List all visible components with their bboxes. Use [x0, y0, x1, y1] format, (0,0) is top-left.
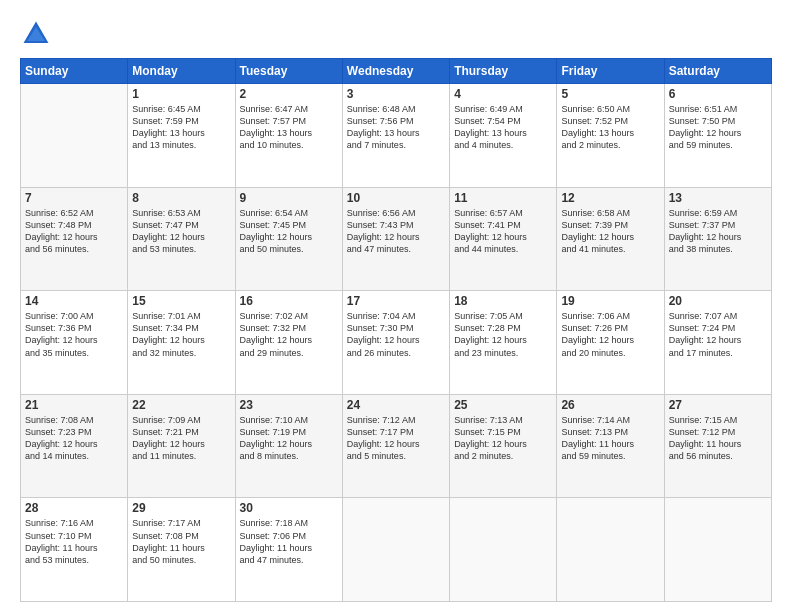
calendar-table: SundayMondayTuesdayWednesdayThursdayFrid… — [20, 58, 772, 602]
cell-info: Sunrise: 7:12 AM Sunset: 7:17 PM Dayligh… — [347, 414, 445, 463]
calendar-cell: 20Sunrise: 7:07 AM Sunset: 7:24 PM Dayli… — [664, 291, 771, 395]
day-number: 20 — [669, 294, 767, 308]
day-number: 9 — [240, 191, 338, 205]
calendar-cell: 16Sunrise: 7:02 AM Sunset: 7:32 PM Dayli… — [235, 291, 342, 395]
day-number: 12 — [561, 191, 659, 205]
calendar-cell: 2Sunrise: 6:47 AM Sunset: 7:57 PM Daylig… — [235, 84, 342, 188]
cell-info: Sunrise: 6:48 AM Sunset: 7:56 PM Dayligh… — [347, 103, 445, 152]
cell-info: Sunrise: 7:04 AM Sunset: 7:30 PM Dayligh… — [347, 310, 445, 359]
day-number: 5 — [561, 87, 659, 101]
calendar-week-2: 7Sunrise: 6:52 AM Sunset: 7:48 PM Daylig… — [21, 187, 772, 291]
day-number: 23 — [240, 398, 338, 412]
weekday-header-friday: Friday — [557, 59, 664, 84]
cell-info: Sunrise: 7:17 AM Sunset: 7:08 PM Dayligh… — [132, 517, 230, 566]
calendar-cell — [342, 498, 449, 602]
cell-info: Sunrise: 7:07 AM Sunset: 7:24 PM Dayligh… — [669, 310, 767, 359]
calendar-cell: 27Sunrise: 7:15 AM Sunset: 7:12 PM Dayli… — [664, 394, 771, 498]
cell-info: Sunrise: 6:50 AM Sunset: 7:52 PM Dayligh… — [561, 103, 659, 152]
cell-info: Sunrise: 7:18 AM Sunset: 7:06 PM Dayligh… — [240, 517, 338, 566]
cell-info: Sunrise: 7:06 AM Sunset: 7:26 PM Dayligh… — [561, 310, 659, 359]
calendar-week-5: 28Sunrise: 7:16 AM Sunset: 7:10 PM Dayli… — [21, 498, 772, 602]
cell-info: Sunrise: 6:53 AM Sunset: 7:47 PM Dayligh… — [132, 207, 230, 256]
day-number: 29 — [132, 501, 230, 515]
calendar-cell: 13Sunrise: 6:59 AM Sunset: 7:37 PM Dayli… — [664, 187, 771, 291]
day-number: 17 — [347, 294, 445, 308]
logo-icon — [20, 18, 52, 50]
day-number: 24 — [347, 398, 445, 412]
calendar-week-1: 1Sunrise: 6:45 AM Sunset: 7:59 PM Daylig… — [21, 84, 772, 188]
cell-info: Sunrise: 6:57 AM Sunset: 7:41 PM Dayligh… — [454, 207, 552, 256]
calendar-cell: 14Sunrise: 7:00 AM Sunset: 7:36 PM Dayli… — [21, 291, 128, 395]
calendar-cell: 23Sunrise: 7:10 AM Sunset: 7:19 PM Dayli… — [235, 394, 342, 498]
cell-info: Sunrise: 7:02 AM Sunset: 7:32 PM Dayligh… — [240, 310, 338, 359]
day-number: 11 — [454, 191, 552, 205]
page: SundayMondayTuesdayWednesdayThursdayFrid… — [0, 0, 792, 612]
header — [20, 18, 772, 50]
day-number: 25 — [454, 398, 552, 412]
day-number: 14 — [25, 294, 123, 308]
calendar-cell — [450, 498, 557, 602]
day-number: 2 — [240, 87, 338, 101]
cell-info: Sunrise: 7:08 AM Sunset: 7:23 PM Dayligh… — [25, 414, 123, 463]
weekday-header-row: SundayMondayTuesdayWednesdayThursdayFrid… — [21, 59, 772, 84]
cell-info: Sunrise: 6:47 AM Sunset: 7:57 PM Dayligh… — [240, 103, 338, 152]
cell-info: Sunrise: 6:49 AM Sunset: 7:54 PM Dayligh… — [454, 103, 552, 152]
cell-info: Sunrise: 7:13 AM Sunset: 7:15 PM Dayligh… — [454, 414, 552, 463]
day-number: 8 — [132, 191, 230, 205]
day-number: 22 — [132, 398, 230, 412]
weekday-header-thursday: Thursday — [450, 59, 557, 84]
day-number: 16 — [240, 294, 338, 308]
day-number: 1 — [132, 87, 230, 101]
cell-info: Sunrise: 7:01 AM Sunset: 7:34 PM Dayligh… — [132, 310, 230, 359]
day-number: 10 — [347, 191, 445, 205]
calendar-cell: 26Sunrise: 7:14 AM Sunset: 7:13 PM Dayli… — [557, 394, 664, 498]
calendar-cell: 3Sunrise: 6:48 AM Sunset: 7:56 PM Daylig… — [342, 84, 449, 188]
calendar-cell: 29Sunrise: 7:17 AM Sunset: 7:08 PM Dayli… — [128, 498, 235, 602]
cell-info: Sunrise: 7:16 AM Sunset: 7:10 PM Dayligh… — [25, 517, 123, 566]
day-number: 3 — [347, 87, 445, 101]
calendar-cell: 5Sunrise: 6:50 AM Sunset: 7:52 PM Daylig… — [557, 84, 664, 188]
day-number: 4 — [454, 87, 552, 101]
cell-info: Sunrise: 6:59 AM Sunset: 7:37 PM Dayligh… — [669, 207, 767, 256]
cell-info: Sunrise: 6:45 AM Sunset: 7:59 PM Dayligh… — [132, 103, 230, 152]
calendar-cell — [21, 84, 128, 188]
calendar-cell: 8Sunrise: 6:53 AM Sunset: 7:47 PM Daylig… — [128, 187, 235, 291]
calendar-cell: 9Sunrise: 6:54 AM Sunset: 7:45 PM Daylig… — [235, 187, 342, 291]
cell-info: Sunrise: 7:05 AM Sunset: 7:28 PM Dayligh… — [454, 310, 552, 359]
day-number: 6 — [669, 87, 767, 101]
cell-info: Sunrise: 7:09 AM Sunset: 7:21 PM Dayligh… — [132, 414, 230, 463]
calendar-cell: 12Sunrise: 6:58 AM Sunset: 7:39 PM Dayli… — [557, 187, 664, 291]
day-number: 27 — [669, 398, 767, 412]
calendar-week-3: 14Sunrise: 7:00 AM Sunset: 7:36 PM Dayli… — [21, 291, 772, 395]
weekday-header-sunday: Sunday — [21, 59, 128, 84]
calendar-cell: 24Sunrise: 7:12 AM Sunset: 7:17 PM Dayli… — [342, 394, 449, 498]
day-number: 18 — [454, 294, 552, 308]
calendar-cell: 30Sunrise: 7:18 AM Sunset: 7:06 PM Dayli… — [235, 498, 342, 602]
calendar-cell: 22Sunrise: 7:09 AM Sunset: 7:21 PM Dayli… — [128, 394, 235, 498]
calendar-cell: 18Sunrise: 7:05 AM Sunset: 7:28 PM Dayli… — [450, 291, 557, 395]
calendar-cell: 19Sunrise: 7:06 AM Sunset: 7:26 PM Dayli… — [557, 291, 664, 395]
day-number: 7 — [25, 191, 123, 205]
cell-info: Sunrise: 7:14 AM Sunset: 7:13 PM Dayligh… — [561, 414, 659, 463]
calendar-cell: 4Sunrise: 6:49 AM Sunset: 7:54 PM Daylig… — [450, 84, 557, 188]
weekday-header-monday: Monday — [128, 59, 235, 84]
day-number: 30 — [240, 501, 338, 515]
logo — [20, 18, 58, 50]
calendar-cell: 11Sunrise: 6:57 AM Sunset: 7:41 PM Dayli… — [450, 187, 557, 291]
calendar-cell: 28Sunrise: 7:16 AM Sunset: 7:10 PM Dayli… — [21, 498, 128, 602]
day-number: 26 — [561, 398, 659, 412]
cell-info: Sunrise: 6:54 AM Sunset: 7:45 PM Dayligh… — [240, 207, 338, 256]
cell-info: Sunrise: 6:52 AM Sunset: 7:48 PM Dayligh… — [25, 207, 123, 256]
calendar-cell: 10Sunrise: 6:56 AM Sunset: 7:43 PM Dayli… — [342, 187, 449, 291]
cell-info: Sunrise: 7:00 AM Sunset: 7:36 PM Dayligh… — [25, 310, 123, 359]
weekday-header-wednesday: Wednesday — [342, 59, 449, 84]
day-number: 19 — [561, 294, 659, 308]
calendar-cell: 1Sunrise: 6:45 AM Sunset: 7:59 PM Daylig… — [128, 84, 235, 188]
cell-info: Sunrise: 6:58 AM Sunset: 7:39 PM Dayligh… — [561, 207, 659, 256]
weekday-header-saturday: Saturday — [664, 59, 771, 84]
calendar-cell: 25Sunrise: 7:13 AM Sunset: 7:15 PM Dayli… — [450, 394, 557, 498]
calendar-cell: 6Sunrise: 6:51 AM Sunset: 7:50 PM Daylig… — [664, 84, 771, 188]
weekday-header-tuesday: Tuesday — [235, 59, 342, 84]
calendar-cell: 21Sunrise: 7:08 AM Sunset: 7:23 PM Dayli… — [21, 394, 128, 498]
calendar-week-4: 21Sunrise: 7:08 AM Sunset: 7:23 PM Dayli… — [21, 394, 772, 498]
